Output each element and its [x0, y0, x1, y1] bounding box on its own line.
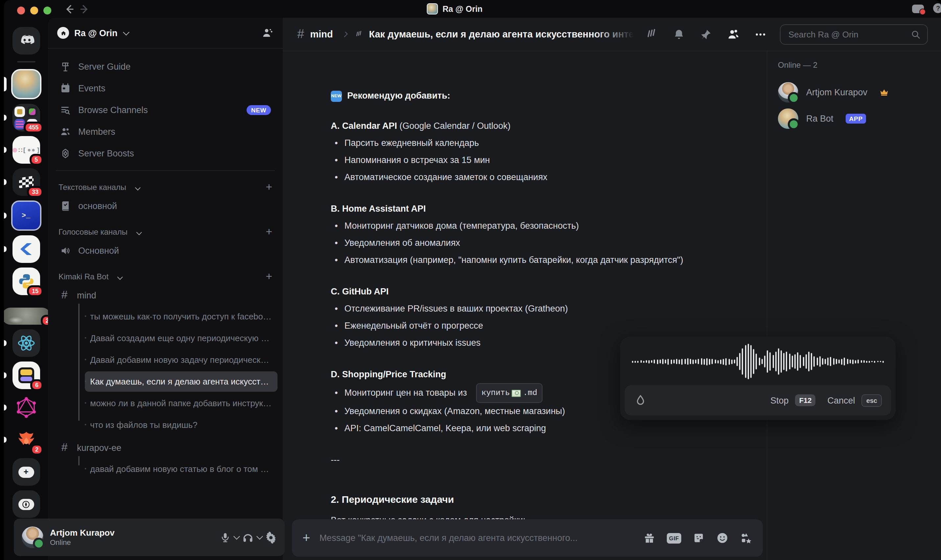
hash-icon: #	[297, 27, 304, 42]
thread-item[interactable]: можно ли в данной папке добавить инструк…	[85, 393, 277, 414]
discord-logo-icon	[17, 32, 34, 49]
discord-home-button[interactable]	[12, 27, 40, 55]
user-status: Online	[50, 538, 114, 548]
gear-icon	[265, 531, 277, 543]
apps-icon[interactable]	[740, 532, 752, 544]
category-text-channels[interactable]: Текстовые каналы +	[48, 179, 283, 196]
server-header[interactable]: Ra @ Orin	[48, 18, 283, 49]
avatar[interactable]	[22, 526, 43, 548]
back-button[interactable]	[64, 4, 74, 14]
pinned-messages-icon[interactable]	[700, 28, 712, 40]
thread-item[interactable]: ты можешь как-то получить доступ к faceb…	[85, 306, 277, 327]
forward-button[interactable]	[80, 4, 90, 14]
stop-keycap: F12	[795, 394, 816, 406]
sidebar-item-events[interactable]: Events	[53, 78, 277, 98]
money-emoji	[512, 389, 521, 397]
server-owner-crown-icon	[879, 87, 889, 97]
close-window-button[interactable]	[17, 6, 25, 14]
zoom-window-button[interactable]	[43, 6, 51, 14]
gif-picker-icon[interactable]: GIF	[667, 533, 681, 543]
mute-toggle[interactable]	[220, 532, 238, 543]
member-list: Online — 2 Artjom Kurapov Ra Bot APP	[767, 51, 941, 560]
cancel-button[interactable]: Cancel	[827, 395, 855, 405]
server-python[interactable]: 15	[12, 268, 40, 295]
member-row[interactable]: Artjom Kurapov	[778, 79, 941, 105]
server-ra-orin[interactable]	[11, 69, 41, 99]
chat-header: # mind Как думаешь, если я делаю агента …	[283, 18, 941, 51]
voice-recording-overlay: Stop F12 Cancel esc	[620, 337, 896, 420]
minimize-window-button[interactable]	[30, 6, 38, 14]
gift-icon[interactable]	[643, 532, 656, 544]
audio-waveform	[629, 337, 886, 386]
sidebar-item-server-boosts[interactable]: Server Boosts	[53, 143, 277, 164]
member-row[interactable]: Ra Bot APP	[778, 105, 941, 131]
flow-drop-icon	[634, 394, 647, 407]
deafen-toggle[interactable]	[242, 531, 261, 543]
hash-icon: #	[59, 441, 70, 454]
server-terminal[interactable]: >_	[11, 200, 41, 231]
user-settings-button[interactable]	[265, 531, 277, 543]
notifications-bell-icon[interactable]	[673, 28, 685, 40]
events-calendar-icon	[60, 83, 71, 94]
search-input[interactable]	[787, 29, 906, 40]
more-options-icon[interactable]	[754, 28, 767, 40]
category-kimaki-ra-bot[interactable]: Kimaki Ra Bot +	[48, 268, 283, 285]
server-fox[interactable]: 2	[12, 426, 40, 454]
microphone-icon	[220, 532, 231, 543]
channel-osnovnoy-text[interactable]: основной	[53, 196, 277, 215]
breadcrumb-chevron-icon	[342, 31, 348, 37]
unread-badge: 33	[27, 186, 43, 198]
thread-item[interactable]: давай добавим новую статью в блог о том …	[85, 459, 277, 479]
server-cards[interactable]: 6	[12, 362, 40, 389]
screen-recording-indicator-icon[interactable]	[912, 5, 924, 13]
headphones-icon	[242, 531, 254, 543]
emoji-picker-icon[interactable]	[716, 532, 728, 544]
thread-item-active[interactable]: Как думаешь, если я делаю агента искусст…	[85, 371, 277, 392]
thread-item[interactable]: что из файлов ты видишь?	[85, 415, 277, 435]
chevron-down-icon[interactable]	[233, 533, 240, 540]
bot-message: NEWРекомендую добавить: A. Calendar API …	[331, 88, 727, 529]
channel-kurapov-ee[interactable]: # kurapov-ee	[53, 438, 277, 457]
category-voice-channels[interactable]: Голосовые каналы +	[48, 223, 283, 240]
composer-placeholder[interactable]: Message "Как думаешь, если я делаю агент…	[319, 533, 634, 543]
server-react[interactable]	[12, 329, 40, 357]
channel-name[interactable]: mind	[310, 29, 333, 40]
server-cat[interactable]: 2	[4, 308, 50, 325]
chat-messages: NEWРекомендую добавить: A. Calendar API …	[283, 51, 767, 560]
server-kotlin[interactable]	[12, 235, 40, 263]
member-list-toggle-icon[interactable]	[727, 28, 740, 41]
react-atom-icon	[16, 333, 36, 353]
help-icon[interactable]: ?	[933, 3, 941, 13]
thread-item[interactable]: Давай создадим еще одну периодическую ра…	[85, 328, 277, 348]
server-graphql[interactable]	[12, 394, 40, 421]
search-box[interactable]	[780, 24, 928, 45]
members-icon	[60, 126, 71, 137]
sidebar-item-server-guide[interactable]: Server Guide	[53, 56, 277, 77]
thread-item[interactable]: Давай добавим новую задачу периодическую…	[85, 350, 277, 370]
message-composer[interactable]: + Message "Как думаешь, если я делаю аге…	[292, 519, 763, 557]
server-guide-icon	[60, 61, 71, 72]
chevron-down-icon	[123, 29, 129, 35]
user-name: Artjom Kurapov	[50, 528, 114, 538]
attach-plus-icon[interactable]: +	[302, 531, 310, 546]
speaker-icon	[60, 245, 71, 256]
invite-people-icon[interactable]	[262, 27, 274, 39]
server-dots[interactable]: ::[●●] 5	[12, 136, 40, 164]
stop-button[interactable]: Stop	[770, 395, 789, 405]
discover-servers-button[interactable]	[12, 490, 40, 518]
sticker-picker-icon[interactable]	[692, 532, 705, 544]
user-panel[interactable]: Artjom Kurapov Online	[14, 518, 285, 556]
server-checkered-flag[interactable]: 33	[12, 168, 40, 196]
hash-icon: #	[59, 289, 70, 302]
channel-mind[interactable]: # mind	[53, 285, 277, 305]
kurapov-thread-list: давай добавим новую статью в блог о том …	[75, 459, 283, 479]
new-badge: NEW	[246, 105, 271, 115]
graphql-logo-icon	[15, 396, 37, 419]
threads-icon[interactable]	[646, 28, 658, 40]
chevron-down-icon[interactable]	[256, 533, 263, 540]
server-folder[interactable]: 455	[12, 104, 40, 131]
sidebar-item-members[interactable]: Members	[53, 121, 277, 142]
channel-osnovnoy-voice[interactable]: Основной	[53, 240, 277, 260]
add-server-button[interactable]: +	[12, 458, 40, 486]
sidebar-item-browse-channels[interactable]: Browse Channels NEW	[53, 99, 277, 120]
